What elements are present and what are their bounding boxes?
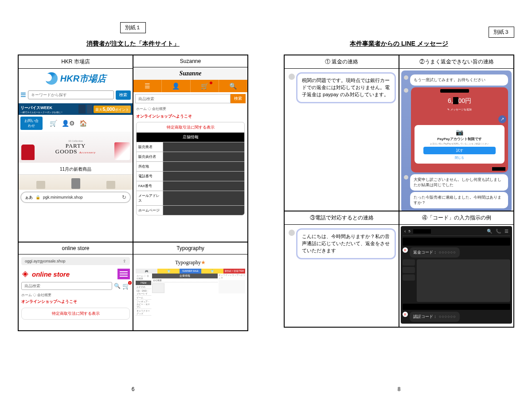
text-size-control[interactable]: ぁあ [25,195,33,200]
contact-button[interactable]: お問い合わせ [20,117,43,130]
hkr-logo-text: HKR市場店 [60,73,106,85]
bag-icon [21,145,35,160]
table-label: FAX番号 [137,181,163,191]
reload-icon[interactable]: ↻ [122,194,126,200]
law-title: 特定商取引法に関する表示 [137,122,244,133]
typography-logo: Typography★ [136,257,245,269]
paypay-screenshot: 6, 00円 ✎ メッセージを追加 ↗ 📷 PayPayアカウント制限です お支… [411,87,508,172]
hamburger-icon[interactable] [117,269,130,279]
table-label: 販売業者 [137,142,163,152]
search-button[interactable]: 検索 [116,90,131,100]
avatar-icon [404,88,408,93]
avatar-icon: R [403,312,408,317]
search-input[interactable] [28,90,114,99]
line-message-bubble: こんにちは、今時間ありますか？私の音声通話に応じていただいて、返金をさせていただ… [296,228,396,259]
table-label: ホームページ [137,206,163,215]
page-right: 別紙３ 本件事業者からの LINE メッセージ ① 返金の連絡 税関の問題でです… [266,0,532,399]
redacted [440,89,469,93]
banner-subtitle: 一緒でタイムセール＋クーポン がお得に！ [20,111,63,113]
back-icon[interactable]: ‹ [404,229,406,234]
menu-icon[interactable]: ☰ [505,229,509,234]
breadcrumb: ホーム ◇ 会社概要 [133,105,247,113]
masked-code: ○○○○○○ [439,314,456,319]
cell-refund-contact: ① 返金の連絡 税関の問題でです。現時点では銀行カードでの返金には対応しておりま… [284,55,399,211]
avatar-icon [404,75,408,80]
welcome-text: オンラインショップへようこそ [19,298,133,306]
menu-icon[interactable]: ☰ [133,80,162,92]
main-content: 企業情報 会社概要 [152,274,218,316]
share-icon[interactable]: ↗ [498,115,506,123]
cell-header: ④「コード」の入力指示の例 [399,211,513,225]
dialog-subtitle: お支払い時にPayPayを利用していることをご確認ください [417,142,502,145]
avatar-icon [289,230,295,236]
search-input[interactable] [135,94,231,103]
hamburger-icon[interactable]: ≡ [20,89,26,101]
page-left: 別紙１ 消費者が注文した「本件サイト」 HKR 市場店 HKR市場店 ≡ 検索 [0,0,266,399]
law-panel: 特定商取引法に関する表示 店舗情報 販売業者 販売責任者 所在地 電話番号 FA… [136,122,245,215]
sidebar-item[interactable]: CD・DVD・ブルーレイ [136,289,151,296]
user-icon[interactable]: 👤 [162,80,190,92]
address-bar[interactable]: ぁあ 🔒 pgk.minimumrisk.shop ↻ [20,192,131,203]
search-button[interactable]: 検索 [231,94,246,103]
avatar-icon: R [403,247,408,253]
site-name: Typography [133,243,247,254]
store-info-header: 店舗情報 [137,133,244,142]
points-badge: 最大5,000ポイント [94,106,131,113]
dark-chat-screenshot: ‹ 5 🔍 📞 ☰ R 返金コード：○○○○○○ [401,226,512,324]
home-icon[interactable]: 🏠 [79,120,87,127]
redacted [417,259,510,302]
address-bar[interactable]: oggi.ayzgyonsale.shop ⇪ [21,257,130,265]
chat-header: ‹ 5 🔍 📞 ☰ [403,228,510,236]
law-panel: 特定商取引法に関する表示 [21,308,130,320]
user-icon[interactable]: 👤⚙ [62,120,75,127]
dialog-title: PayPayアカウント制限です [417,137,502,141]
cart-icon[interactable]: 🛒 [122,282,130,289]
search-icon[interactable]: 🔍 [114,283,121,289]
content-box [152,283,164,293]
page-title: 消費者が注文した「本件サイト」 [18,40,248,48]
sidebar-item[interactable]: おすすめ [136,285,151,289]
table-label: 所在地 [137,162,163,171]
banner-title: リーバイスWEEK [20,105,63,111]
party-goods-banner[interactable]: SS Collection PARTY GOODS Accessory [19,132,133,163]
right-col: オンラインショップへようこそ [219,274,245,316]
avatar-icon [404,175,408,180]
cart-icon[interactable]: 🛒 [191,80,219,92]
retry-button[interactable]: 試す [423,147,496,154]
call-icon[interactable]: 📞 [496,229,501,234]
sidebar-item[interactable]: フィギュア・ホビー・コスプレ [136,300,151,309]
page-number: 8 [398,386,401,392]
messages-grid: ① 返金の連絡 税関の問題でです。現時点では銀行カードでの返金には対応しておりま… [284,55,514,328]
sites-grid: HKR 市場店 HKR市場店 ≡ 検索 リーバイスWEEK 一緒で [18,55,248,331]
cart-icon[interactable]: 🛒 [50,120,57,127]
redacted [163,142,244,152]
cell-refund-failed: ②うまく返金できない旨の連絡 もう一度試してみます。お待ちください 6, 00円… [399,55,514,211]
table-label: メールアドレス [137,191,163,205]
site-name: HKR 市場店 [19,55,133,69]
line-message-bubble: 税関の問題でです。現時点では銀行カードでの返金には対応しておりません。電子返金は… [296,72,396,103]
search-icon[interactable]: 🔍 [219,80,247,92]
cell-phone-response: ③電話で対応するとの連絡 こんにちは、今時間ありますか？私の音声通話に応じていた… [284,211,399,327]
hkr-logo: HKR市場店 [19,69,133,88]
share-icon[interactable]: ⇪ [123,259,126,263]
chat-bubble: 返金コード：○○○○○○ [410,247,460,258]
sidebar-item[interactable]: キャラクターグッズ [136,309,151,316]
sidebar-item[interactable]: 会社概要 [152,278,218,282]
search-icon[interactable]: 🔍 [487,229,492,234]
search-input[interactable] [21,282,112,290]
table-label: 電話番号 [137,172,163,181]
nav-bar: ☰ 👤 🛒 🔍 [133,80,247,92]
site-name: Suzanne [133,55,247,67]
cell-header: ②うまく返金できない旨の連絡 [399,55,513,69]
back-count: 5 [408,229,410,233]
product-shelf [19,174,133,190]
category-bar: 🎮👕SUMMER SALE👕新作続々登場 ITEM [136,269,245,274]
promo-banner[interactable]: リーバイスWEEK 一緒でタイムセール＋クーポン がお得に！ 最大5,000ポイ… [19,103,133,115]
avatar-icon [289,74,295,80]
sidebar-item[interactable]: ゲーム [136,296,151,300]
line-message-bubble: たった今販売者に連絡しました。今時間はありますか？ [410,192,508,208]
close-button[interactable]: 閉じる [417,156,502,160]
paypay-dialog: 📷 PayPayアカウント制限です お支払い時にPayPayを利用していることを… [415,125,505,164]
star-icon: ★ [201,259,206,266]
lock-icon: 🔒 [35,195,40,200]
